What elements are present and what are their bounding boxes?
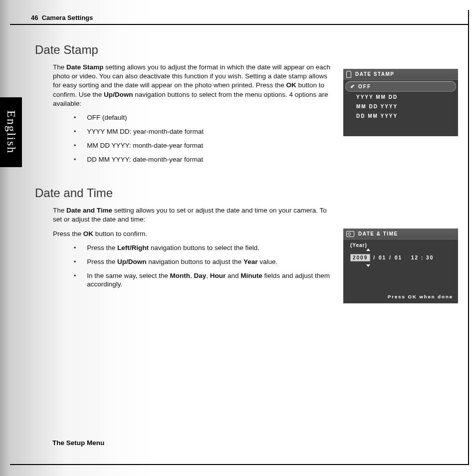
bold: Day: [194, 272, 207, 279]
text: navigation buttons to adjust the: [146, 258, 243, 265]
text: The: [53, 207, 66, 214]
sep: /: [389, 255, 392, 260]
lcd-menu-item-off[interactable]: ✔ OFF: [345, 81, 456, 92]
date-time-p2: Press the OK button to confirm.: [53, 230, 334, 238]
bold: Date and Time: [66, 207, 112, 214]
field-indicator: (Year): [343, 239, 458, 248]
list-item-text: Press the Left/Right navigation buttons …: [87, 243, 259, 252]
month-field[interactable]: 01: [379, 255, 386, 260]
date-time-icon: [346, 231, 354, 237]
page-header-title: Camera Settings: [42, 14, 93, 21]
lcd-menu-item-mdy[interactable]: MM DD YYYY: [343, 102, 458, 111]
text: In the same way, select the: [87, 272, 170, 279]
lcd-date-stamp: DATE STAMP ✔ OFF YYYY MM DD MM DD YYYY D…: [343, 69, 458, 136]
page-number: 46: [31, 14, 38, 21]
text: ,: [206, 272, 210, 279]
list-item: • In the same way, select the Month, Day…: [74, 271, 334, 289]
language-tab-label: English: [4, 110, 18, 154]
bold: Minute: [240, 272, 262, 279]
heading-date-and-time: Date and Time: [35, 186, 334, 200]
list-item-text: YYYY MM DD: year-month-date format: [87, 127, 204, 136]
lcd-date-time: DATE & TIME (Year) 2009 / 01 / 01 12 : 3…: [343, 229, 458, 303]
bold: Year: [243, 258, 258, 265]
check-icon: ✔: [350, 83, 355, 90]
language-tab: English: [0, 97, 22, 167]
bold: Date Stamp: [66, 63, 103, 71]
lcd-title-row: DATE STAMP: [343, 69, 458, 80]
date-stamp-options-list: •OFF (default) •YYYY MM DD: year-month-d…: [74, 113, 334, 164]
list-item: • Press the Left/Right navigation button…: [74, 243, 334, 252]
heading-date-stamp: Date Stamp: [35, 43, 334, 57]
list-item: •DD MM YYYY: date-month-year format: [74, 155, 334, 164]
text: navigation buttons to select the field.: [149, 244, 259, 251]
section-date-and-time: Date and Time The Date and Time setting …: [35, 186, 334, 289]
year-field[interactable]: 2009: [350, 254, 370, 261]
lcd-title: DATE STAMP: [355, 71, 395, 77]
date-time-row: 2009 / 01 / 01 12 : 30: [343, 248, 458, 261]
arrow-down-icon: [366, 264, 370, 267]
lcd-title: DATE & TIME: [358, 231, 398, 237]
lcd-title-row: DATE & TIME: [343, 229, 458, 239]
page-header: 46 Camera Settings: [31, 14, 93, 21]
text: The: [53, 63, 66, 71]
text: Press the: [87, 244, 117, 251]
lcd-hint: Press OK when done: [388, 294, 453, 299]
page-footer: The Setup Menu: [52, 439, 104, 447]
list-item-text: MM DD YYYY: month-date-year format: [87, 141, 203, 150]
arrow-up-icon: [366, 248, 370, 251]
sep: /: [373, 255, 376, 260]
text: button to confirm.: [93, 230, 147, 238]
date-time-steps: • Press the Left/Right navigation button…: [74, 243, 334, 289]
list-item-text: OFF (default): [87, 113, 127, 122]
date-time-p1: The Date and Time setting allows you to …: [53, 206, 334, 224]
list-item: •YYYY MM DD: year-month-date format: [74, 127, 334, 136]
text: value.: [257, 258, 277, 265]
date-stamp-icon: [346, 71, 351, 78]
bold: Hour: [210, 272, 226, 279]
list-item-text: DD MM YYYY: date-month-year format: [87, 155, 203, 164]
bullet-icon: •: [74, 271, 76, 280]
bold: Up/Down: [104, 91, 133, 98]
bullet-icon: •: [74, 127, 76, 136]
date-stamp-intro: The Date Stamp setting allows you to adj…: [53, 63, 334, 108]
lcd-menu-item-dmy[interactable]: DD MM YYYY: [343, 111, 458, 121]
lcd-item-label: DD MM YYYY: [356, 113, 398, 119]
list-item: •MM DD YYYY: month-date-year format: [74, 141, 334, 150]
day-field[interactable]: 01: [395, 255, 402, 260]
lcd-item-label: MM DD YYYY: [356, 104, 398, 109]
section-date-stamp: Date Stamp The Date Stamp setting allows…: [35, 43, 334, 164]
list-item-text: Press the Up/Down navigation buttons to …: [87, 257, 277, 266]
bullet-icon: •: [74, 141, 76, 150]
text: Press the: [53, 230, 83, 238]
bullet-icon: •: [74, 243, 76, 252]
lcd-menu-list: ✔ OFF YYYY MM DD MM DD YYYY DD MM YYYY: [343, 80, 458, 124]
bold: OK: [83, 230, 93, 238]
header-divider: [10, 24, 468, 25]
bold: Month: [170, 272, 190, 279]
bullet-icon: •: [74, 257, 76, 266]
bold: Up/Down: [117, 258, 147, 265]
manual-page: 46 Camera Settings English Date Stamp Th…: [0, 0, 476, 476]
list-item: •OFF (default): [74, 113, 334, 122]
bold: OK: [286, 81, 296, 89]
list-item: • Press the Up/Down navigation buttons t…: [74, 257, 334, 266]
time-field[interactable]: 12 : 30: [411, 255, 434, 260]
bullet-icon: •: [74, 155, 76, 164]
text: ,: [190, 272, 194, 279]
content: Date Stamp The Date Stamp setting allows…: [35, 43, 334, 294]
text: and: [226, 272, 240, 279]
bold: Left/Right: [117, 244, 149, 251]
lcd-menu-item-ymd[interactable]: YYYY MM DD: [343, 92, 458, 102]
lcd-item-label: YYYY MM DD: [356, 94, 398, 100]
bullet-icon: •: [74, 113, 76, 122]
list-item-text: In the same way, select the Month, Day, …: [87, 271, 334, 289]
lcd-item-label: OFF: [358, 84, 371, 89]
text: Press the: [87, 258, 117, 265]
